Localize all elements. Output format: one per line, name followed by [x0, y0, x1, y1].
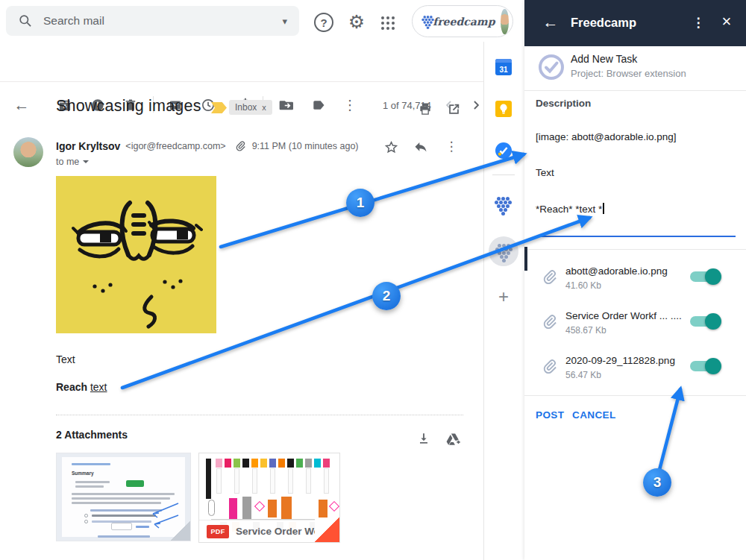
preview-decor — [72, 463, 110, 465]
attachment-card-pdf[interactable]: PDF Service Order Work... — [198, 453, 340, 543]
move-to-button[interactable] — [277, 96, 295, 114]
freedcamp-addon-active[interactable] — [489, 236, 518, 266]
attachment-toggle[interactable] — [690, 361, 720, 371]
pdf-preview-shape — [268, 500, 277, 517]
settings-button[interactable]: ⚙ — [345, 10, 368, 34]
star-button[interactable] — [382, 138, 400, 156]
toggle-knob — [705, 358, 721, 374]
search-input[interactable]: Search mail ▾ — [6, 6, 299, 36]
panel-divider — [524, 249, 746, 250]
paperclip-icon — [541, 268, 559, 286]
apps-grid-button[interactable] — [381, 16, 384, 19]
email-body-text: Text — [56, 353, 75, 365]
more-options-button[interactable]: ⋮ — [341, 96, 359, 114]
kebab-icon: ⋮ — [343, 97, 357, 113]
pdf-preview-tab — [216, 459, 222, 468]
kebab-icon: ⋮ — [692, 15, 705, 31]
plus-icon: + — [498, 286, 509, 307]
reply-button[interactable] — [412, 138, 430, 156]
get-addons-button[interactable]: + — [495, 288, 513, 306]
panel-back-button[interactable]: ← — [539, 11, 562, 34]
email-subject: Showcasing images — [56, 97, 201, 116]
gear-icon: ⚙ — [348, 11, 365, 33]
pdf-preview-decor — [270, 468, 275, 494]
annotation-badge-2: 2 — [372, 282, 401, 310]
reach-bold-text: Reach — [56, 381, 87, 393]
screen: Search mail ▾ ? ⚙ freedcamp ← — [0, 0, 746, 560]
account-pill[interactable]: freedcamp — [412, 5, 513, 37]
attachment-toggle[interactable] — [690, 316, 720, 327]
pdf-preview-shape — [329, 501, 339, 512]
task-title: Add New Task — [571, 53, 637, 65]
pdf-preview-tab — [225, 459, 231, 468]
panel-divider — [524, 90, 746, 91]
drive-add-icon — [445, 431, 461, 447]
inbox-label-chip[interactable]: Inbox x — [229, 100, 272, 115]
panel-close-button[interactable]: × — [715, 10, 738, 33]
panel-divider — [524, 395, 746, 396]
attachment-indicator-icon — [234, 139, 247, 152]
attachment-size: 56.47 Kb — [565, 370, 601, 380]
pdf-preview-shape — [208, 500, 215, 516]
pdf-preview-tab — [251, 459, 258, 468]
calendar-icon-header — [495, 59, 512, 63]
attachment-card-screenshot[interactable]: Summary — [56, 453, 191, 541]
calendar-app-icon[interactable]: 31 — [495, 59, 512, 75]
freedcamp-panel: ← Freedcamp ⋮ × Add New Task Project: Br… — [524, 0, 746, 560]
attachments-divider — [56, 415, 463, 415]
open-in-new-button[interactable] — [445, 100, 463, 118]
attachment-size: 458.67 Kb — [565, 325, 606, 336]
text-field[interactable]: *Reach* *text * — [536, 203, 604, 215]
cancel-button[interactable]: CANCEL — [572, 409, 616, 421]
tasks-app-icon[interactable] — [495, 142, 512, 159]
reply-icon — [413, 139, 428, 154]
labels-button[interactable] — [310, 96, 327, 114]
search-icon — [18, 13, 33, 28]
pdf-preview-decor — [288, 468, 293, 494]
keep-app-icon[interactable] — [495, 101, 512, 117]
focused-field-underline — [536, 236, 736, 237]
post-button[interactable]: POST — [536, 409, 564, 421]
apps-grid-icon — [381, 16, 384, 19]
check-icon — [495, 142, 512, 159]
strip-divider — [492, 174, 515, 175]
panel-scrollbar[interactable] — [524, 247, 527, 271]
description-field[interactable]: [image: abott@adorable.io.png] — [536, 131, 677, 142]
panel-menu-button[interactable]: ⋮ — [688, 12, 709, 33]
pdf-preview-tab — [242, 459, 249, 468]
page-fold — [315, 517, 339, 542]
recipient-row[interactable]: to me — [56, 157, 89, 167]
back-icon: ← — [14, 96, 30, 114]
pdf-preview-tab — [323, 459, 330, 468]
save-to-drive-button[interactable] — [444, 430, 462, 447]
print-button[interactable] — [416, 100, 434, 118]
text-link[interactable]: text — [90, 381, 107, 393]
panel-header: ← Freedcamp ⋮ × — [524, 0, 746, 46]
sender-email: <igor@freedcamp.com> — [125, 141, 225, 151]
freedcamp-addon-icon[interactable] — [495, 196, 515, 215]
pdf-preview-decor — [234, 468, 239, 494]
pdf-badge: PDF — [207, 525, 229, 538]
message-more-button[interactable]: ⋮ — [442, 137, 460, 155]
inline-image-attachment[interactable] — [56, 176, 216, 333]
search-placeholder: Search mail — [43, 14, 272, 28]
search-options-caret-icon[interactable]: ▾ — [282, 16, 287, 27]
brand-name: freedcamp — [433, 16, 495, 28]
help-button[interactable]: ? — [314, 13, 333, 32]
back-button[interactable]: ← — [13, 96, 31, 114]
preview-decor — [75, 485, 104, 488]
text-field-value: *Reach* *text * — [536, 204, 602, 215]
older-button[interactable] — [467, 96, 485, 114]
pdf-preview-tab — [260, 459, 267, 468]
sender-avatar[interactable] — [13, 137, 43, 167]
panel-title: Freedcamp — [571, 16, 636, 30]
remove-label-icon[interactable]: x — [262, 103, 266, 112]
attachment-toggle[interactable] — [690, 271, 720, 282]
download-all-button[interactable] — [415, 430, 433, 447]
folder-move-icon — [278, 98, 293, 113]
back-icon: ← — [543, 13, 559, 31]
pdf-preview-shape — [281, 497, 292, 519]
pdf-preview-tab — [269, 459, 276, 468]
user-avatar[interactable] — [501, 9, 509, 34]
pdf-preview-decor — [216, 468, 222, 494]
